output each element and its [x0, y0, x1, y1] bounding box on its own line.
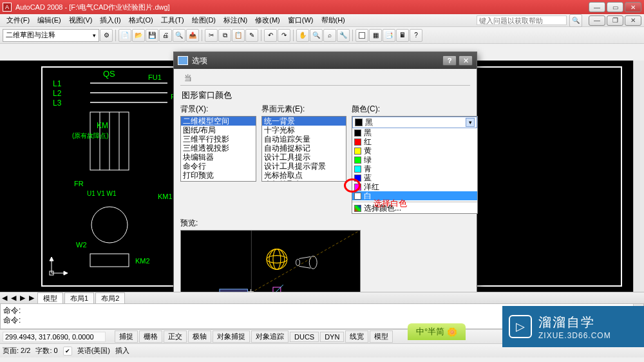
menu-modify[interactable]: 修改(M): [251, 14, 284, 26]
svg-marker-24: [50, 257, 53, 261]
dwgprop-icon[interactable]: 🔧: [337, 29, 350, 42]
svg-text:FU1: FU1: [148, 73, 162, 81]
tab-nav-first[interactable]: ◀: [0, 294, 9, 302]
grid-toggle[interactable]: 栅格: [139, 330, 162, 343]
menu-view[interactable]: 视图(V): [65, 14, 97, 26]
menu-format[interactable]: 格式(O): [125, 14, 157, 26]
help-search-go[interactable]: 🔍: [569, 14, 582, 27]
context-item[interactable]: 二维模型空间: [181, 117, 256, 126]
color-list[interactable]: 黑 红 黄 绿 青 蓝 洋红 白 选择颜色...: [352, 128, 477, 213]
dialog-title: 选项: [192, 55, 207, 66]
redo-icon[interactable]: ↷: [278, 29, 290, 42]
element-listbox[interactable]: 统一背景 十字光标 自动追踪矢量 自动捕捉标记 设计工具提示 设计工具提示背景 …: [261, 116, 346, 182]
menu-tools[interactable]: 工具(T): [157, 14, 188, 26]
options-dialog: 选项 ? ✕ 当 图形窗口颜色 背景(X): 二维模型空间 图纸/布局 三维平行…: [173, 52, 477, 301]
menu-help[interactable]: 帮助(H): [317, 14, 349, 26]
menu-draw[interactable]: 绘图(D): [188, 14, 220, 26]
color-dropdown[interactable]: 黑 ▾ 黑 红 黄 绿 青 蓝 洋红 白 选择颜色...: [352, 116, 478, 214]
coordinates-readout: 299.4943, 317.0690, 0.0000: [3, 332, 106, 342]
menu-window[interactable]: 窗口(W): [284, 14, 317, 26]
help-search-input[interactable]: [477, 15, 567, 25]
cut-icon[interactable]: ✂: [205, 29, 218, 42]
help-icon[interactable]: ?: [410, 29, 422, 42]
toolpal-icon[interactable]: ▦: [369, 29, 382, 42]
element-label: 界面元素(E):: [261, 104, 346, 115]
undo-icon[interactable]: ↶: [264, 29, 277, 42]
model-toggle[interactable]: 模型: [370, 330, 393, 343]
tab-layout2[interactable]: 布局2: [95, 292, 125, 304]
tab-nav-prev[interactable]: ◀: [9, 294, 18, 302]
toolbar-workspace: 二维草图与注释▾ ⚙ 📄 📂 💾 🖨 🔍 📤 ✂ ⧉ 📋 ✎ ↶ ↷ ✋ 🔍 ⌕…: [0, 27, 644, 44]
insert-mode[interactable]: 插入: [115, 346, 129, 356]
save-icon[interactable]: 💾: [146, 29, 158, 42]
tab-model[interactable]: 模型: [37, 292, 63, 304]
color-item-white[interactable]: 白: [352, 191, 477, 200]
play-icon: ▷: [509, 315, 532, 338]
menu-file[interactable]: 文件(F): [3, 14, 33, 26]
ortho-toggle[interactable]: 正交: [164, 330, 187, 343]
dialog-icon: [178, 56, 188, 65]
calc-icon[interactable]: 🖩: [396, 29, 409, 42]
svg-line-35: [299, 257, 310, 259]
spellcheck-icon[interactable]: ✔: [63, 347, 72, 356]
dialog-close-button[interactable]: ✕: [459, 55, 473, 66]
selected-color-name: 黑: [365, 117, 373, 128]
dyn-toggle[interactable]: DYN: [320, 332, 344, 342]
lwt-toggle[interactable]: 线宽: [345, 330, 368, 343]
chevron-down-icon[interactable]: ▾: [466, 118, 475, 127]
svg-text:KM2: KM2: [135, 257, 150, 265]
snap-toggle[interactable]: 捕捉: [115, 330, 138, 343]
print-icon[interactable]: 🖨: [159, 29, 172, 42]
watermark-banner: ▷ 溜溜自学 ZIXUE.3D66.COM: [502, 306, 644, 347]
context-listbox[interactable]: 二维模型空间 图纸/布局 三维平行投影 三维透视投影 块编辑器 命令行 打印预览: [180, 116, 256, 182]
ime-badge[interactable]: 中°半简🌼: [408, 323, 466, 340]
color-label: 颜色(C):: [352, 104, 478, 115]
zoomwin-icon[interactable]: ⌕: [323, 29, 336, 42]
menu-edit[interactable]: 编辑(E): [33, 14, 65, 26]
preview-icon[interactable]: 🔍: [173, 29, 185, 42]
watermark-url: ZIXUE.3D66.COM: [538, 331, 611, 340]
maximize-button[interactable]: ▭: [607, 2, 623, 12]
flower-icon: 🌼: [447, 327, 457, 337]
page-indicator: 页面: 2/2: [3, 346, 30, 356]
dialog-help-button[interactable]: ?: [442, 55, 457, 66]
ws-settings-icon[interactable]: ⚙: [100, 29, 113, 42]
blockwin-icon[interactable]: [355, 29, 368, 42]
zoom-icon[interactable]: 🔍: [310, 29, 323, 42]
word-count: 字数: 0: [35, 346, 57, 356]
mdi-restore[interactable]: ❐: [607, 15, 623, 26]
close-button[interactable]: ✕: [625, 2, 641, 12]
sheetset-icon[interactable]: 📑: [383, 29, 395, 42]
watermark-title: 溜溜自学: [538, 314, 611, 331]
tab-nav-last[interactable]: ▶: [27, 294, 36, 302]
pan-icon[interactable]: ✋: [296, 29, 309, 42]
mdi-minimize[interactable]: —: [589, 15, 605, 26]
publish-icon[interactable]: 📤: [186, 29, 199, 42]
copy-icon[interactable]: ⧉: [218, 29, 231, 42]
svg-line-36: [299, 266, 310, 268]
minimize-button[interactable]: —: [589, 2, 605, 12]
menu-dim[interactable]: 标注(N): [220, 14, 251, 26]
svg-text:U1 V1 W1: U1 V1 W1: [87, 190, 117, 197]
svg-point-34: [309, 256, 317, 269]
choose-color-item[interactable]: 选择颜色...: [352, 202, 477, 213]
tab-nav-next[interactable]: ▶: [18, 294, 27, 302]
dialog-titlebar[interactable]: 选项 ? ✕: [174, 52, 477, 69]
workspace-combo[interactable]: 二维草图与注释▾: [3, 29, 99, 42]
new-icon[interactable]: 📄: [118, 29, 131, 42]
match-icon[interactable]: ✎: [245, 29, 258, 42]
svg-text:L2: L2: [53, 89, 62, 98]
paste-icon[interactable]: 📋: [232, 29, 245, 42]
otrack-toggle[interactable]: 对象追踪: [251, 330, 289, 343]
menu-insert[interactable]: 插入(I): [96, 14, 124, 26]
tab-layout1[interactable]: 布局1: [64, 292, 94, 304]
ducs-toggle[interactable]: DUCS: [290, 332, 319, 342]
open-icon[interactable]: 📂: [132, 29, 145, 42]
svg-text:W2: W2: [76, 241, 87, 249]
language-indicator[interactable]: 英语(美国): [77, 346, 110, 356]
svg-point-37: [296, 259, 300, 265]
mdi-close[interactable]: ✕: [625, 15, 641, 26]
osnap-toggle[interactable]: 对象捕捉: [213, 330, 250, 343]
model-layout-tabs: ◀ ◀ ▶ ▶ 模型 布局1 布局2: [0, 292, 644, 303]
polar-toggle[interactable]: 极轴: [188, 330, 211, 343]
